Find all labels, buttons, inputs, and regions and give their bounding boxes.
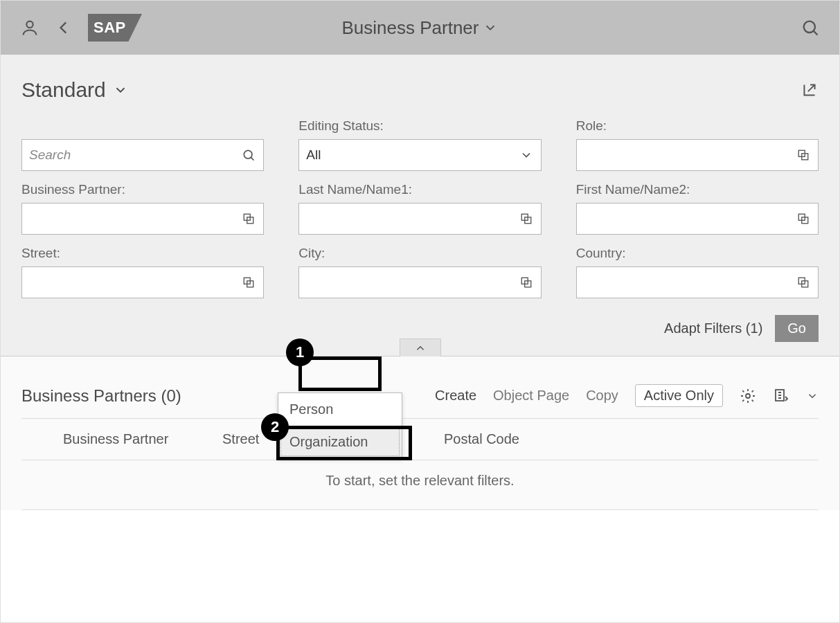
col-postal-code: Postal Code xyxy=(444,431,569,447)
copy-button[interactable]: Copy xyxy=(586,388,618,404)
editing-status-field: Editing Status: All xyxy=(298,118,541,171)
city-input[interactable] xyxy=(306,275,518,290)
back-icon[interactable] xyxy=(55,19,73,37)
svg-point-3 xyxy=(244,150,253,159)
first-name-label: First Name/Name2: xyxy=(576,182,819,199)
value-help-icon[interactable] xyxy=(241,275,256,290)
table-title: Business Partners (0) xyxy=(21,386,181,406)
title-chevron-down-icon[interactable] xyxy=(483,20,498,35)
header-left: SAP xyxy=(20,14,142,42)
svg-line-4 xyxy=(251,157,254,160)
svg-point-0 xyxy=(26,21,33,28)
first-name-input-wrap xyxy=(576,203,819,235)
street-input-wrap xyxy=(21,267,264,298)
col-business-partner: Business Partner xyxy=(35,431,222,447)
chevron-down-icon xyxy=(113,82,128,98)
country-input[interactable] xyxy=(584,275,796,290)
col-spacer xyxy=(569,431,805,447)
business-partner-input-wrap xyxy=(21,203,264,235)
editing-status-label: Editing Status: xyxy=(298,118,541,135)
app-window: SAP Business Partner Standard xyxy=(0,0,840,623)
value-help-icon[interactable] xyxy=(241,211,256,226)
role-field: Role: xyxy=(576,118,819,171)
export-icon[interactable] xyxy=(773,388,789,404)
value-help-icon[interactable] xyxy=(519,275,534,290)
city-field: City: xyxy=(298,246,541,298)
sap-logo: SAP xyxy=(88,14,142,42)
adapt-filters-link[interactable]: Adapt Filters (1) xyxy=(664,320,762,336)
street-input[interactable] xyxy=(29,275,241,290)
value-help-icon[interactable] xyxy=(796,211,811,226)
business-partner-field: Business Partner: xyxy=(21,182,264,235)
table-empty-text: To start, set the relevant filters. xyxy=(21,460,819,510)
table-column-headers: Business Partner Street City Postal Code xyxy=(21,419,819,460)
create-menu: Person Organization xyxy=(278,392,402,459)
svg-point-19 xyxy=(746,394,750,398)
variant-selector[interactable]: Standard xyxy=(21,78,128,102)
export-chevron-down-icon[interactable] xyxy=(806,390,819,402)
search-input-wrap xyxy=(21,139,264,171)
variant-name: Standard xyxy=(21,78,106,102)
chevron-down-icon xyxy=(519,147,534,163)
share-icon[interactable] xyxy=(801,81,819,99)
user-icon[interactable] xyxy=(20,18,39,37)
header-right xyxy=(801,18,820,37)
settings-icon[interactable] xyxy=(740,388,756,404)
last-name-input-wrap xyxy=(298,203,541,235)
svg-point-1 xyxy=(804,21,815,33)
svg-line-2 xyxy=(814,31,818,35)
country-field: Country: xyxy=(576,246,819,298)
go-button[interactable]: Go xyxy=(775,315,819,342)
table-toolbar: Business Partners (0) Create Object Page… xyxy=(21,384,819,419)
create-menu-organization[interactable]: Organization xyxy=(278,426,402,458)
value-help-icon[interactable] xyxy=(796,275,811,290)
first-name-input[interactable] xyxy=(584,211,796,226)
street-label: Street: xyxy=(21,246,264,262)
create-button[interactable]: Create xyxy=(435,388,476,404)
street-field: Street: xyxy=(21,246,264,298)
last-name-field: Last Name/Name1: xyxy=(298,182,541,235)
city-label: City: xyxy=(298,246,541,262)
country-input-wrap xyxy=(576,267,819,298)
app-header: SAP Business Partner xyxy=(1,1,839,55)
editing-status-value: All xyxy=(306,147,518,163)
city-input-wrap xyxy=(298,267,541,298)
filter-bar: Standard xyxy=(1,55,839,356)
editing-status-select[interactable]: All xyxy=(298,139,541,171)
last-name-input[interactable] xyxy=(306,211,518,226)
search-label xyxy=(21,118,264,135)
search-icon[interactable] xyxy=(801,18,820,37)
variant-row: Standard xyxy=(21,69,819,118)
collapse-filter-handle[interactable] xyxy=(400,338,441,356)
object-page-button[interactable]: Object Page xyxy=(493,388,569,404)
role-input-wrap xyxy=(576,139,819,171)
filter-grid: Editing Status: All Role: xyxy=(21,118,819,315)
country-label: Country: xyxy=(576,246,819,262)
role-label: Role: xyxy=(576,118,819,135)
page-title[interactable]: Business Partner xyxy=(342,17,479,39)
business-partner-label: Business Partner: xyxy=(21,182,264,199)
table-section: Business Partners (0) Create Object Page… xyxy=(1,356,839,510)
active-only-toggle[interactable]: Active Only xyxy=(635,384,723,407)
create-menu-person[interactable]: Person xyxy=(278,393,402,426)
search-field xyxy=(21,118,264,171)
business-partner-input[interactable] xyxy=(29,211,241,226)
search-input-icon[interactable] xyxy=(241,147,256,163)
value-help-icon[interactable] xyxy=(796,147,811,163)
annotation-badge-1: 1 xyxy=(286,338,314,366)
value-help-icon[interactable] xyxy=(519,211,534,226)
first-name-field: First Name/Name2: xyxy=(576,182,819,235)
role-input[interactable] xyxy=(584,147,796,163)
last-name-label: Last Name/Name1: xyxy=(298,182,541,199)
annotation-badge-2: 2 xyxy=(261,413,289,441)
search-input[interactable] xyxy=(29,147,241,163)
chevron-up-icon xyxy=(414,342,427,354)
